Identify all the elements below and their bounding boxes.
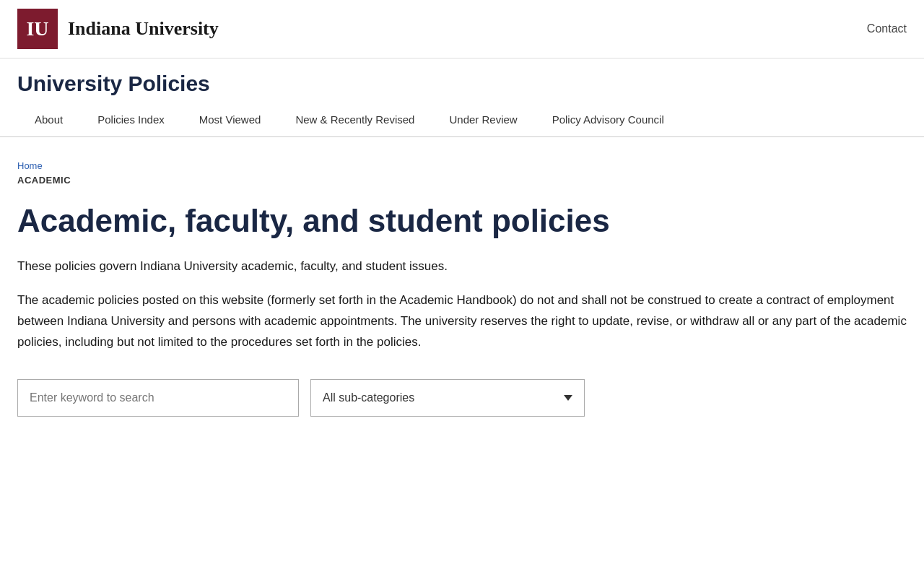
nav-item-new-recently-revised[interactable]: New & Recently Revised bbox=[278, 105, 432, 136]
iu-logo-text: IU bbox=[26, 19, 48, 39]
breadcrumb-home[interactable]: Home bbox=[17, 160, 43, 171]
header-left: IU Indiana University bbox=[17, 9, 219, 49]
nav-item-under-review[interactable]: Under Review bbox=[432, 105, 534, 136]
main-content: Home ACADEMIC Academic, faculty, and stu… bbox=[0, 137, 924, 446]
nav-item-policy-advisory-council[interactable]: Policy Advisory Council bbox=[535, 105, 681, 136]
breadcrumb-current: ACADEMIC bbox=[17, 175, 907, 186]
university-policies-bar: University Policies About Policies Index… bbox=[0, 58, 924, 137]
description-long: The academic policies posted on this web… bbox=[17, 290, 907, 353]
site-header: IU Indiana University Contact bbox=[0, 0, 924, 58]
subcategory-select[interactable]: All sub-categories bbox=[310, 379, 585, 417]
nav-item-about[interactable]: About bbox=[17, 105, 80, 136]
main-nav: About Policies Index Most Viewed New & R… bbox=[17, 105, 907, 136]
search-area: All sub-categories bbox=[17, 379, 907, 417]
description-short: These policies govern Indiana University… bbox=[17, 256, 907, 276]
nav-item-most-viewed[interactable]: Most Viewed bbox=[182, 105, 279, 136]
breadcrumb: Home bbox=[17, 160, 907, 172]
iu-logo: IU bbox=[17, 9, 58, 49]
site-name: Indiana University bbox=[68, 18, 219, 40]
nav-item-policies-index[interactable]: Policies Index bbox=[80, 105, 182, 136]
contact-link[interactable]: Contact bbox=[867, 22, 907, 35]
search-input[interactable] bbox=[17, 379, 299, 417]
page-title: Academic, faculty, and student policies bbox=[17, 203, 907, 239]
university-policies-title: University Policies bbox=[17, 71, 907, 96]
